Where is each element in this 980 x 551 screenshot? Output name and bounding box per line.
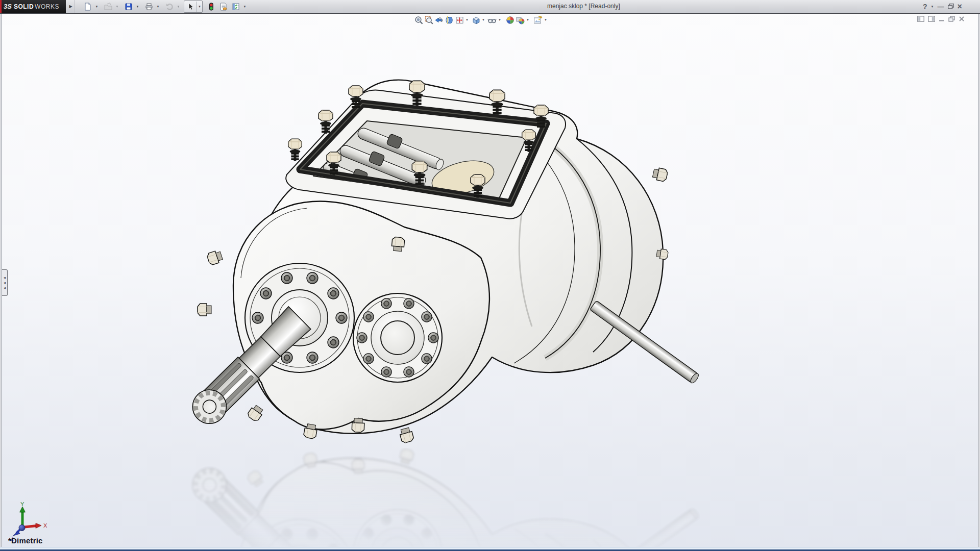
panel-left-icon <box>917 16 924 22</box>
file-properties-button[interactable] <box>217 1 230 12</box>
zoom-to-area-icon <box>425 16 433 24</box>
standard-toolbar: ▼ ▼ ▼ <box>82 1 250 12</box>
rear-hex-plug-top[interactable] <box>652 167 668 182</box>
panel-right-icon <box>928 16 935 22</box>
doc-close-icon <box>959 16 965 22</box>
save-dropdown-arrow[interactable]: ▼ <box>135 1 140 12</box>
options-button[interactable] <box>230 1 242 12</box>
save-floppy-icon <box>125 3 133 11</box>
doc-minimize-button[interactable] <box>939 16 945 22</box>
undo-arrow-icon <box>165 3 174 11</box>
edit-appearance-button[interactable] <box>505 15 515 25</box>
section-view-button[interactable] <box>444 15 454 25</box>
document-window-controls <box>917 16 965 22</box>
restore-icon <box>948 4 954 9</box>
select-dropdown-arrow[interactable]: ▼ <box>197 2 202 12</box>
minimize-button[interactable]: — <box>938 3 944 10</box>
print-dropdown-arrow[interactable]: ▼ <box>155 1 161 12</box>
doc-restore-icon <box>948 16 955 22</box>
view-settings-dropdown-arrow[interactable]: ▼ <box>543 15 548 25</box>
apply-scene-icon <box>516 16 525 24</box>
restore-button[interactable] <box>948 4 954 9</box>
undo-button[interactable] <box>163 1 176 12</box>
undo-dropdown-arrow[interactable]: ▼ <box>176 1 181 12</box>
close-button[interactable]: × <box>958 3 962 11</box>
doc-minimize-icon <box>939 16 945 22</box>
logo-brand-bold: SOLID <box>14 3 34 10</box>
select-button[interactable] <box>184 1 197 12</box>
doc-close-button[interactable] <box>959 16 965 22</box>
display-style-icon <box>472 16 480 24</box>
splitter-arrow-icon: ◀ <box>4 277 6 279</box>
logo-3ds-mark: 3S <box>4 3 12 10</box>
headsup-view-toolbar: ▼ ▼ ▼ <box>413 15 549 25</box>
menu-expand-chevron-icon[interactable]: ▶ <box>67 0 75 13</box>
eyeglasses-icon <box>487 16 497 24</box>
title-bar: 3S SOLID WORKS ▶ ▼ ▼ <box>0 0 980 13</box>
doc-restore-button[interactable] <box>948 16 955 22</box>
select-cursor-icon <box>186 3 194 11</box>
open-folder-icon <box>104 3 112 11</box>
floor-reflection <box>186 448 700 549</box>
model-canvas[interactable] <box>2 14 980 549</box>
rebuild-trafficlight-icon <box>207 3 215 11</box>
help-button[interactable]: ? <box>923 3 927 10</box>
print-button[interactable] <box>143 1 155 12</box>
document-title: menjac sklop * [Read-only] <box>547 0 620 13</box>
view-orientation-name: *Dimetric <box>8 536 43 545</box>
previous-view-icon <box>435 16 444 24</box>
open-button[interactable] <box>102 1 114 12</box>
apply-scene-button[interactable] <box>515 15 525 25</box>
open-dropdown-arrow[interactable]: ▼ <box>114 1 120 12</box>
appearance-ball-icon <box>506 16 514 24</box>
display-style-button[interactable] <box>471 15 481 25</box>
zoom-to-area-button[interactable] <box>424 15 434 25</box>
new-document-icon <box>84 3 92 11</box>
splitter-arrow-icon: ◀ <box>4 287 6 289</box>
panel-left-toggle-button[interactable] <box>917 16 924 22</box>
section-view-icon <box>445 16 454 24</box>
apply-scene-dropdown-arrow[interactable]: ▼ <box>525 15 530 25</box>
panel-right-toggle-button[interactable] <box>928 16 935 22</box>
new-button[interactable] <box>82 1 94 12</box>
display-style-dropdown-arrow[interactable]: ▼ <box>481 15 486 25</box>
view-orientation-icon <box>455 16 464 24</box>
gearbox-model[interactable] <box>186 80 700 549</box>
feature-manager-splitter-tab[interactable]: ◀ ◀ ◀ <box>2 269 8 296</box>
view-settings-icon <box>533 16 543 24</box>
select-tool-group: ▼ <box>184 1 203 13</box>
print-icon <box>145 3 153 11</box>
triad-x-label: X <box>43 522 47 529</box>
hide-show-items-button[interactable] <box>487 15 497 25</box>
logo-brand-light: WORKS <box>35 3 59 10</box>
options-checklist-icon <box>232 3 240 11</box>
view-orientation-button[interactable] <box>454 15 464 25</box>
new-dropdown-arrow[interactable]: ▼ <box>94 1 100 12</box>
rebuild-button[interactable] <box>205 1 217 12</box>
graphics-area[interactable]: ▼ ▼ ▼ <box>1 14 979 549</box>
hide-show-items-dropdown-arrow[interactable]: ▼ <box>497 15 502 25</box>
splitter-arrow-icon: ◀ <box>4 282 6 284</box>
zoom-to-fit-icon <box>414 16 423 24</box>
app-window-controls: ? ▼ — × <box>923 0 962 13</box>
file-properties-icon <box>219 3 228 11</box>
view-orientation-dropdown-arrow[interactable]: ▼ <box>464 15 470 25</box>
previous-view-button[interactable] <box>434 15 444 25</box>
solidworks-window: 3S SOLID WORKS ▶ ▼ ▼ <box>0 0 980 551</box>
output-bearing-boss[interactable] <box>353 293 442 382</box>
options-dropdown-arrow[interactable]: ▼ <box>242 1 248 12</box>
view-settings-button[interactable] <box>533 15 543 25</box>
save-button[interactable] <box>122 1 135 12</box>
help-dropdown-arrow[interactable]: ▼ <box>931 5 934 8</box>
zoom-to-fit-button[interactable] <box>413 15 424 25</box>
solidworks-logo: 3S SOLID WORKS <box>0 0 66 13</box>
